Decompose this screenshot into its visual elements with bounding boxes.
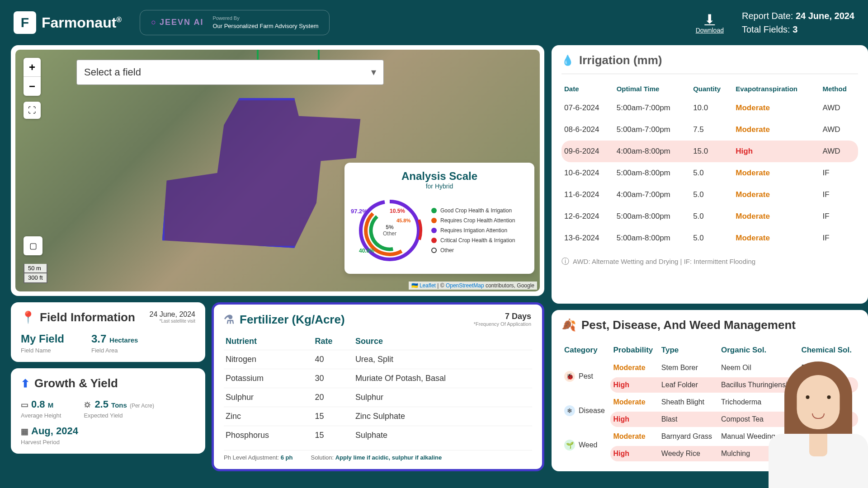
- field-area-value: 3.7 Hectares: [91, 333, 138, 345]
- map-attribution: 🇺🇦 Leaflet | © OpenStreetMap contributor…: [409, 282, 537, 290]
- table-row: Zinc15Zinc Sulphate: [224, 407, 532, 426]
- category-badge: 🌱Weed: [564, 440, 598, 450]
- legend-dot-icon: [431, 248, 437, 253]
- growth-title: Growth & Yield: [34, 376, 118, 390]
- fertilizer-card: ⚗Fertilizer (Kg/Acre) 7 Days *Frequency …: [212, 302, 544, 471]
- analysis-scale-panel: Analysis Scale for Hybrid 97.2% 10.5%: [344, 163, 534, 274]
- growth-icon: ⬆: [21, 377, 30, 390]
- legend-text: Requires Irrigation Attention: [440, 227, 507, 234]
- ph-solution: Solution: Apply lime if acidic, sulphur …: [311, 454, 442, 461]
- location-pin-icon: 📍: [21, 310, 35, 324]
- table-row: Nitrogen40Urea, Split: [224, 350, 532, 369]
- jeevn-powered-label: Powered By: [212, 15, 318, 22]
- irr-col-evap: Evapotranspiration: [733, 80, 820, 97]
- legend-text: Critical Crop Health & Irrigation: [440, 237, 515, 244]
- fert-col-nutrient: Nutrient: [224, 333, 313, 350]
- table-row: Phosphorus15Sulphate: [224, 426, 532, 445]
- brand-name: Farmonaut®: [42, 14, 122, 31]
- report-meta: Report Date: 24 June, 2024 Total Fields:…: [742, 9, 854, 36]
- field-select-dropdown[interactable]: Select a field: [76, 60, 384, 85]
- analysis-legend: Good Crop Health & IrrigationRequires Cr…: [431, 204, 525, 257]
- legend-dot-icon: [431, 218, 437, 223]
- legend-item: Critical Crop Health & Irrigation: [431, 237, 525, 244]
- pest-col-category: Category: [561, 342, 610, 358]
- category-icon: 🌱: [564, 440, 575, 450]
- yield-icon: ⛭: [84, 400, 92, 409]
- field-info-card: 📍Field Information 24 June, 2024 *Last s…: [11, 302, 205, 362]
- calendar-icon: ▦: [21, 427, 28, 436]
- legend-text: Good Crop Health & Irrigation: [440, 207, 512, 214]
- irrigation-table: Date Optimal Time Quantity Evapotranspir…: [561, 80, 858, 249]
- field-area-label: Field Area: [91, 347, 138, 354]
- table-row: Potassium30Muriate Of Potash, Basal: [224, 369, 532, 388]
- map-panel: + − ⛶ ▢ 50 m 300 ft Select a field Analy…: [11, 45, 544, 296]
- fertilizer-table: Nutrient Rate Source Nitrogen40Urea, Spl…: [224, 333, 532, 445]
- measure-button[interactable]: ▢: [24, 236, 42, 255]
- jeevn-logo: JEEVN AI: [151, 18, 203, 27]
- avg-height-label: Average Height: [21, 412, 61, 419]
- table-row: 11-6-20244:00am-7:00pm5.0ModerateIF: [561, 184, 858, 206]
- flask-icon: ⚗: [224, 313, 234, 327]
- pest-title: Pest, Disease, And Weed Management: [581, 318, 796, 332]
- fertilizer-title: Fertilizer (Kg/Acre): [240, 313, 345, 327]
- irrigation-legend-note: AWD: Alternate Wetting and Drying | IF: …: [561, 256, 858, 267]
- leaf-icon: 🍂: [561, 318, 576, 332]
- field-select-placeholder: Select a field: [84, 66, 141, 78]
- ruler-icon: ▭: [21, 400, 28, 409]
- zoom-in-button[interactable]: +: [24, 58, 41, 77]
- avg-height-value: ▭0.8 M: [21, 399, 61, 410]
- irrigation-icon: 💧: [561, 55, 574, 66]
- fert-col-source: Source: [354, 333, 532, 350]
- download-icon: ⬇: [704, 12, 715, 27]
- table-row: Sulphur20Sulphur: [224, 388, 532, 407]
- fullscreen-button[interactable]: ⛶: [24, 102, 41, 119]
- growth-yield-card: ⬆ Growth & Yield ▭0.8 M Average Height ⛭…: [11, 368, 205, 454]
- map-scale: 50 m 300 ft: [24, 264, 47, 283]
- brand-icon: F: [14, 11, 36, 34]
- legend-text: Requires Crop Health Attention: [440, 217, 515, 224]
- assistant-avatar: [769, 352, 868, 488]
- table-row: 13-6-20245:00am-8:00pm5.0ModerateIF: [561, 227, 858, 249]
- category-badge: 🐞Pest: [564, 371, 593, 382]
- irr-col-date: Date: [561, 80, 614, 97]
- download-button[interactable]: ⬇ Download: [696, 12, 724, 34]
- field-info-date: 24 June, 2024 *Last satellite visit: [150, 310, 195, 324]
- jeevn-panel: JEEVN AI Powered By Our Personalized Far…: [140, 10, 330, 35]
- irr-col-method: Method: [820, 80, 858, 97]
- expected-yield-label: Expected Yield: [84, 412, 154, 419]
- legend-dot-icon: [431, 228, 437, 233]
- osm-link[interactable]: OpenStreetMap: [446, 282, 484, 289]
- harvest-period-label: Harvest Period: [21, 439, 78, 446]
- legend-item: Requires Crop Health Attention: [431, 217, 525, 224]
- irrigation-title: Irrigation (mm): [579, 53, 662, 67]
- legend-dot-icon: [431, 238, 437, 243]
- irr-col-qty: Quantity: [690, 80, 733, 97]
- pest-col-prob: Probability: [610, 342, 658, 358]
- category-icon: ❄: [564, 405, 575, 416]
- pest-col-type: Type: [659, 342, 718, 358]
- map-canvas[interactable]: + − ⛶ ▢ 50 m 300 ft Select a field Analy…: [15, 50, 540, 291]
- expected-yield-value: ⛭2.5 Tons (Per Acre): [84, 399, 154, 410]
- analysis-subtitle: for Hybrid: [354, 183, 525, 190]
- analysis-donut-chart: 97.2% 10.5% 45.8% 40.8% 5% Other: [354, 194, 426, 267]
- table-row: 08-6-20245:00am-7:00pm7.5ModerateAWD: [561, 119, 858, 141]
- analysis-title: Analysis Scale: [354, 170, 525, 183]
- irr-col-time: Optimal Time: [614, 80, 690, 97]
- ph-adjustment: Ph Level Adjustment: 6 ph: [224, 454, 293, 461]
- field-info-title: Field Information: [40, 310, 135, 324]
- legend-item: Requires Irrigation Attention: [431, 227, 525, 234]
- category-badge: ❄Disease: [564, 405, 605, 416]
- jeevn-tagline: Our Personalized Farm Advisory System: [212, 22, 318, 30]
- legend-item: Other: [431, 247, 525, 253]
- zoom-out-button[interactable]: −: [24, 77, 41, 96]
- fertilizer-frequency: 7 Days *Frequency Of Application: [474, 312, 531, 327]
- table-row: 09-6-20244:00am-8:00pm15.0HighAWD: [561, 141, 858, 162]
- leaflet-link[interactable]: Leaflet: [420, 282, 436, 289]
- fert-col-rate: Rate: [313, 333, 354, 350]
- zoom-control: + −: [24, 58, 41, 96]
- download-label: Download: [696, 27, 724, 34]
- field-name-value: My Field: [21, 333, 64, 345]
- legend-text: Other: [440, 247, 454, 253]
- irrigation-card: 💧Irrigation (mm) Date Optimal Time Quant…: [552, 45, 868, 304]
- table-row: 12-6-20245:00am-8:00pm5.0ModerateIF: [561, 206, 858, 227]
